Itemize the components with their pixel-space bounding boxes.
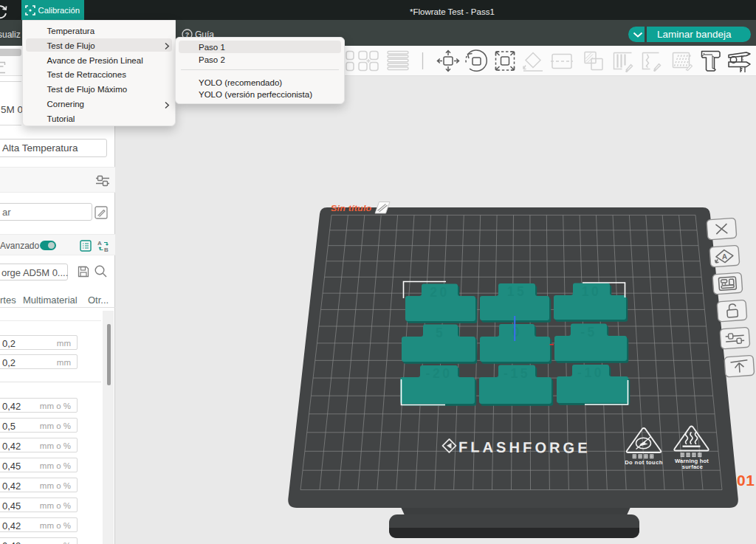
svg-text:B: B bbox=[104, 247, 109, 252]
svg-text:10: 10 bbox=[582, 284, 601, 299]
svg-text:A: A bbox=[721, 252, 727, 261]
svg-text:FLASHFORGE: FLASHFORGE bbox=[458, 438, 591, 455]
svg-text:Do not touch: Do not touch bbox=[625, 459, 663, 466]
svg-text:A: A bbox=[97, 240, 102, 247]
svg-text:surface: surface bbox=[682, 464, 703, 470]
svg-text:-20: -20 bbox=[426, 366, 453, 381]
svg-text:-15: -15 bbox=[504, 366, 530, 381]
svg-text:-5: -5 bbox=[580, 325, 597, 340]
svg-text:01: 01 bbox=[737, 472, 755, 489]
svg-text:15: 15 bbox=[507, 284, 526, 299]
svg-text:20: 20 bbox=[430, 285, 449, 300]
svg-text:Sin título: Sin título bbox=[331, 203, 372, 213]
svg-text:5: 5 bbox=[436, 326, 445, 340]
svg-text:0: 0 bbox=[512, 325, 521, 340]
svg-text:-10: -10 bbox=[577, 365, 604, 380]
